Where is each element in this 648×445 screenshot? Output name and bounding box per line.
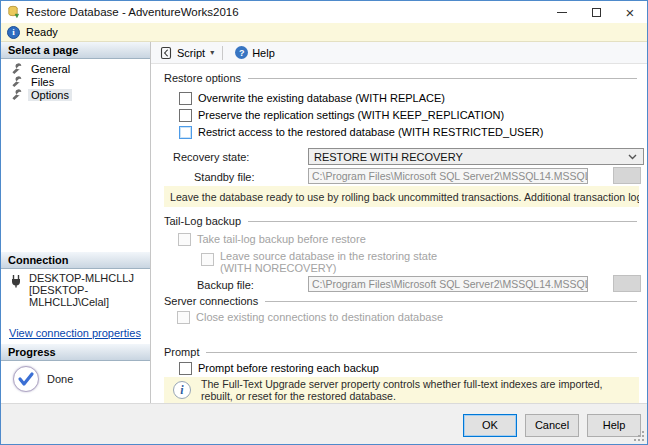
connection-header: Connection xyxy=(1,252,150,269)
restore-database-icon xyxy=(7,5,21,19)
sidebar-item-files[interactable]: Files xyxy=(1,75,150,89)
status-text: Ready xyxy=(26,26,58,38)
script-label: Script xyxy=(177,47,205,59)
overwrite-existing-checkbox[interactable] xyxy=(179,92,192,105)
info-icon: i xyxy=(173,381,191,399)
sidebar-item-label: General xyxy=(28,63,73,75)
standby-file-label: Standby file: xyxy=(194,171,255,183)
title-bar: Restore Database - AdventureWorks2016 × xyxy=(1,1,647,23)
prompt-before-restore-checkbox[interactable] xyxy=(179,362,192,375)
sidebar: Select a page General Files Options Conn… xyxy=(1,42,151,403)
take-tail-log-checkbox xyxy=(178,233,191,246)
help-question-icon: ? xyxy=(235,46,248,59)
recovery-state-label: Recovery state: xyxy=(173,151,249,163)
checkbox-label: Restrict access to the restored database… xyxy=(198,126,543,138)
restore-database-dialog: Restore Database - AdventureWorks2016 × … xyxy=(0,0,648,445)
select-a-page-header: Select a page xyxy=(1,42,150,59)
standby-file-browse-button xyxy=(613,167,641,184)
group-rule xyxy=(248,221,637,222)
ok-button[interactable]: OK xyxy=(463,414,517,437)
sidebar-item-label: Options xyxy=(28,89,72,101)
resize-grip[interactable] xyxy=(634,431,645,442)
group-label: Tail-Log backup xyxy=(164,215,248,227)
standby-file-input: C:\Program Files\Microsoft SQL Server2\M… xyxy=(308,168,588,184)
connection-server: DESKTOP-MLHCLLJ xyxy=(29,272,134,284)
backup-file-browse-button xyxy=(613,275,641,292)
overwrite-existing-checkbox-row: Overwrite the existing database (WITH RE… xyxy=(179,91,445,105)
backup-file-input: C:\Program Files\Microsoft SQL Server2\M… xyxy=(308,276,588,292)
status-bar: i Ready xyxy=(1,23,647,42)
recovery-info-note: Leave the database ready to use by rolli… xyxy=(164,186,639,207)
take-tail-log-checkbox-row: Take tail-log backup before restore xyxy=(178,232,366,246)
leave-source-checkbox-row: Leave source database in the restoring s… xyxy=(201,250,452,276)
backup-file-label: Backup file: xyxy=(197,279,254,291)
chevron-down-icon[interactable]: ▾ xyxy=(210,48,214,57)
preserve-replication-checkbox[interactable] xyxy=(179,109,192,122)
leave-source-checkbox xyxy=(201,253,214,266)
checkbox-label: Close existing connections to destinatio… xyxy=(196,311,443,323)
maximize-icon xyxy=(592,8,601,17)
close-connections-checkbox-row: Close existing connections to destinatio… xyxy=(177,310,443,324)
sidebar-item-general[interactable]: General xyxy=(1,62,150,76)
group-label: Server connections xyxy=(164,295,265,307)
toolbar-separator xyxy=(222,46,223,60)
close-icon: × xyxy=(626,5,635,20)
info-icon: i xyxy=(7,26,20,39)
footer: OK Cancel Help xyxy=(1,403,647,444)
checkbox-label: Prompt before restoring each backup xyxy=(198,362,379,374)
checkbox-label: Overwrite the existing database (WITH RE… xyxy=(198,92,445,104)
restrict-access-checkbox-row: Restrict access to the restored database… xyxy=(179,125,543,139)
help-button-footer[interactable]: Help xyxy=(587,414,641,437)
prompt-before-restore-checkbox-row: Prompt before restoring each backup xyxy=(179,361,379,375)
note-text: Leave the database ready to use by rolli… xyxy=(164,189,639,205)
window-title: Restore Database - AdventureWorks2016 xyxy=(26,6,239,18)
server-connections-group: Server connections xyxy=(164,295,637,307)
group-rule xyxy=(265,301,637,302)
cancel-button[interactable]: Cancel xyxy=(525,414,579,437)
recovery-state-value: RESTORE WITH RECOVERY xyxy=(314,151,463,163)
checkbox-label: Preserve the replication settings (WITH … xyxy=(198,109,504,121)
sidebar-item-options[interactable]: Options xyxy=(1,88,150,102)
minimize-icon xyxy=(557,12,567,13)
close-connections-checkbox xyxy=(177,311,190,324)
script-icon xyxy=(159,46,173,60)
checkbox-label: Leave source database in the restoring s… xyxy=(220,250,452,274)
preserve-replication-checkbox-row: Preserve the replication settings (WITH … xyxy=(179,108,504,122)
main-toolbar: Script ▾ ? Help xyxy=(151,42,647,64)
done-check-icon xyxy=(13,366,39,392)
help-label: Help xyxy=(252,47,275,59)
server-plug-icon xyxy=(9,274,23,288)
recovery-state-dropdown[interactable]: RESTORE WITH RECOVERY xyxy=(308,148,644,165)
wrench-icon xyxy=(11,63,23,75)
restore-options-group: Restore options xyxy=(164,72,637,84)
wrench-icon xyxy=(11,76,23,88)
prompt-group: Prompt xyxy=(164,346,637,358)
checkbox-label: Take tail-log backup before restore xyxy=(197,233,366,245)
wrench-icon xyxy=(11,89,23,101)
script-button[interactable]: Script ▾ xyxy=(155,43,218,63)
progress-header: Progress xyxy=(1,344,150,361)
group-label: Prompt xyxy=(164,346,206,358)
full-text-info-note: i The Full-Text Upgrade server property … xyxy=(164,377,639,403)
restrict-access-checkbox[interactable] xyxy=(179,126,192,139)
connection-user: [DESKTOP-MLHCLLJ\Celal] xyxy=(29,284,150,308)
view-connection-properties-link[interactable]: View connection properties xyxy=(9,327,141,339)
minimize-button[interactable] xyxy=(545,1,579,23)
chevron-down-icon xyxy=(628,154,637,160)
progress-status: Done xyxy=(47,373,73,385)
sidebar-item-label: Files xyxy=(28,76,57,88)
help-button[interactable]: ? Help xyxy=(231,43,279,63)
window-controls: × xyxy=(545,1,647,23)
note-text: The Full-Text Upgrade server property co… xyxy=(201,378,639,402)
tail-log-backup-group: Tail-Log backup xyxy=(164,215,637,227)
group-label: Restore options xyxy=(164,72,248,84)
options-page-content: Restore options Overwrite the existing d… xyxy=(151,64,647,403)
group-rule xyxy=(206,352,637,353)
maximize-button[interactable] xyxy=(579,1,613,23)
close-button[interactable]: × xyxy=(613,1,647,23)
group-rule xyxy=(248,78,637,79)
